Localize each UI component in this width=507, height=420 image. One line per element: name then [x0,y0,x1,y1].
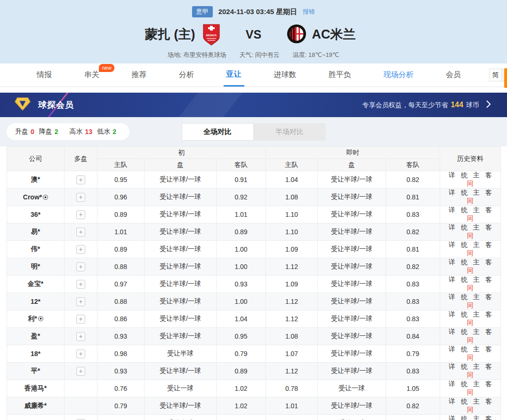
lang-simplified-button[interactable]: 简 [489,69,502,81]
history-link-3[interactable]: 主 [473,328,480,335]
expand-plus-icon[interactable]: + [76,175,85,184]
history-link-4[interactable]: 客 [485,293,492,301]
history-link-5[interactable]: 同 [467,301,474,309]
history-link-3[interactable]: 主 [473,415,480,420]
history-link-1[interactable]: 详 [449,363,455,370]
history-link-4[interactable]: 客 [485,363,492,370]
history-link-1[interactable]: 详 [449,258,455,266]
history-link-1[interactable]: 详 [449,171,455,179]
history-link-3[interactable]: 主 [473,241,480,248]
history-link-3[interactable]: 主 [473,293,480,301]
nav-tab-4[interactable]: 分析 [176,63,197,87]
expand-plus-icon[interactable]: + [76,245,85,254]
nav-tab-6[interactable]: 进球数 [271,63,299,87]
expand-plus-icon[interactable]: + [76,228,85,237]
history-link-2[interactable]: 统 [461,397,467,405]
history-link-2[interactable]: 统 [461,363,467,370]
floating-panel-edge[interactable] [504,68,507,88]
history-link-5[interactable]: 同 [467,336,474,344]
nav-tab-5[interactable]: 亚让 [224,63,244,87]
history-link-4[interactable]: 客 [485,310,492,318]
history-link-4[interactable]: 客 [485,241,492,248]
history-link-5[interactable]: 同 [467,214,474,222]
history-link-1[interactable]: 详 [449,293,455,301]
expand-plus-icon[interactable]: + [76,262,85,271]
history-link-2[interactable]: 统 [461,415,467,420]
history-link-3[interactable]: 主 [473,276,480,283]
expand-plus-icon[interactable]: + [76,280,85,289]
history-link-1[interactable]: 详 [449,345,455,353]
history-link-2[interactable]: 统 [461,276,467,283]
history-link-4[interactable]: 客 [485,380,492,388]
history-link-4[interactable]: 客 [485,223,492,231]
history-link-5[interactable]: 同 [467,284,474,292]
history-link-4[interactable]: 客 [485,345,492,353]
history-link-5[interactable]: 同 [467,388,474,396]
history-link-2[interactable]: 统 [461,223,467,231]
expand-plus-icon[interactable]: + [76,193,85,202]
history-link-1[interactable]: 详 [449,310,455,318]
history-link-4[interactable]: 客 [485,206,492,214]
history-link-4[interactable]: 客 [485,328,492,335]
history-link-5[interactable]: 同 [467,319,474,326]
history-link-1[interactable]: 详 [449,223,455,231]
history-link-5[interactable]: 同 [467,180,474,187]
history-link-3[interactable]: 主 [473,258,480,266]
history-link-4[interactable]: 客 [485,276,492,283]
half-match-tab[interactable]: 半场对比 [254,123,326,141]
history-link-2[interactable]: 统 [461,189,467,196]
history-link-3[interactable]: 主 [473,223,480,231]
history-link-2[interactable]: 统 [461,345,467,353]
history-link-2[interactable]: 统 [461,380,467,388]
expand-plus-icon[interactable]: + [76,297,85,306]
full-match-tab[interactable]: 全场对比 [182,123,254,141]
history-link-5[interactable]: 同 [467,371,474,379]
history-link-2[interactable]: 统 [461,328,467,335]
history-link-2[interactable]: 统 [461,293,467,301]
nav-tab-9[interactable]: 会员 [443,63,464,87]
expand-plus-icon[interactable]: + [76,332,85,341]
history-link-2[interactable]: 统 [461,310,467,318]
history-link-4[interactable]: 客 [485,189,492,196]
history-link-2[interactable]: 统 [461,258,467,266]
history-link-3[interactable]: 主 [473,345,480,353]
history-link-4[interactable]: 客 [485,258,492,266]
history-link-1[interactable]: 详 [449,206,455,214]
history-link-5[interactable]: 同 [467,267,474,274]
history-link-3[interactable]: 主 [473,380,480,388]
history-link-1[interactable]: 详 [449,276,455,283]
history-link-1[interactable]: 详 [449,380,455,388]
history-link-1[interactable]: 详 [449,189,455,196]
nav-tab-2[interactable]: 串关new [81,63,102,87]
expand-plus-icon[interactable]: + [76,367,85,376]
nav-tab-1[interactable]: 情报 [34,63,55,87]
history-link-5[interactable]: 同 [467,354,474,361]
history-link-1[interactable]: 详 [449,328,455,335]
history-link-4[interactable]: 客 [485,397,492,405]
history-link-1[interactable]: 详 [449,241,455,248]
vip-banner[interactable]: 球探会员 专享会员权益，每天至少节省 144 球币 [0,93,507,117]
league-badge[interactable]: 意甲 [192,6,213,17]
report-error-link[interactable]: 报错 [303,8,315,16]
history-link-2[interactable]: 统 [461,206,467,214]
history-link-3[interactable]: 主 [473,171,480,179]
history-link-2[interactable]: 统 [461,171,467,179]
history-link-3[interactable]: 主 [473,310,480,318]
history-link-5[interactable]: 同 [467,197,474,205]
history-link-3[interactable]: 主 [473,206,480,214]
history-link-1[interactable]: 详 [449,397,455,405]
history-link-3[interactable]: 主 [473,363,480,370]
history-link-3[interactable]: 主 [473,397,480,405]
expand-plus-icon[interactable]: + [76,315,85,324]
nav-tab-7[interactable]: 胜平负 [326,63,354,87]
nav-tab-3[interactable]: 推荐 [129,63,149,87]
expand-plus-icon[interactable]: + [76,349,85,358]
history-link-4[interactable]: 客 [485,415,492,420]
history-link-5[interactable]: 同 [467,249,474,257]
history-link-2[interactable]: 统 [461,241,467,248]
history-link-3[interactable]: 主 [473,189,480,196]
history-link-1[interactable]: 详 [449,415,455,420]
history-link-5[interactable]: 同 [467,232,474,239]
history-link-5[interactable]: 同 [467,406,474,413]
history-link-4[interactable]: 客 [485,171,492,179]
